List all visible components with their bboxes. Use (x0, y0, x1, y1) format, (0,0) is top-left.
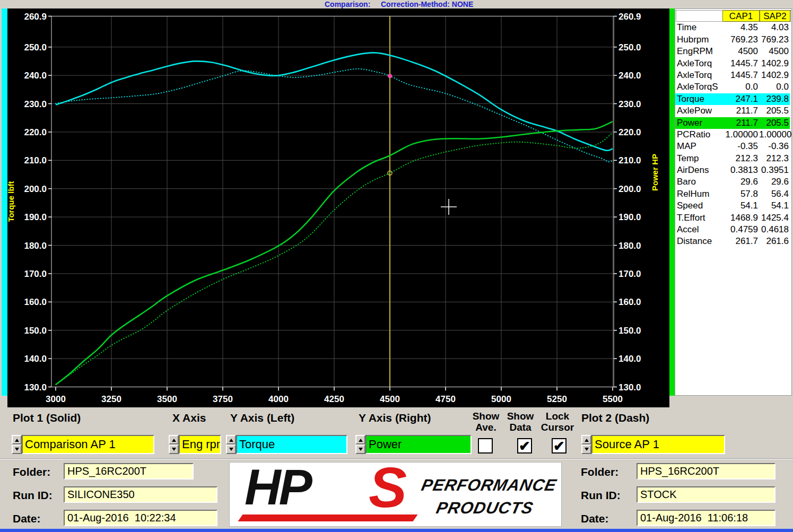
run-id-field-left[interactable]: SILICONE350 (64, 486, 217, 503)
spinner-up-icon[interactable] (12, 435, 22, 444)
spinner-down-icon[interactable] (581, 444, 591, 454)
channel-value: 1425.4 (759, 212, 790, 224)
channel-label: AxleTorq (675, 69, 722, 81)
channel-value: 1.00000 (759, 129, 790, 141)
channel-value: 4.35 (722, 22, 759, 33)
channel-value: 212.3 (759, 153, 790, 164)
svg-text:4250: 4250 (324, 394, 344, 404)
data-row-baro: Baro29.629.6 (675, 176, 791, 188)
channel-value: 211.7 (722, 117, 759, 129)
folder-label-right: Folder: (581, 466, 618, 478)
plot2-label: Plot 2 (Dash) (581, 412, 649, 424)
data-row-airdens: AirDens0.38130.3951 (675, 164, 791, 176)
folder-field-right[interactable]: HPS_16RC200T (637, 463, 775, 479)
channel-label: Distance (675, 236, 722, 247)
channel-label: PCRatio (675, 129, 722, 141)
channel-value: 4.03 (759, 22, 790, 33)
date-field-left[interactable]: 01-Aug-2016 10:22:34 (64, 510, 217, 526)
data-row-power: Power211.7205.5 (675, 117, 791, 129)
svg-text:3000: 3000 (46, 394, 66, 404)
data-panel-header: CAP1SAP2 (676, 10, 791, 22)
data-row-temp: Temp212.3212.3 (675, 153, 791, 164)
svg-text:Power HP: Power HP (650, 154, 659, 191)
show-ave-checkbox[interactable] (478, 438, 493, 453)
svg-text:250.0: 250.0 (618, 42, 641, 53)
channel-label: Baro (675, 176, 722, 188)
channel-value: 1.00000 (722, 129, 759, 141)
plot2-select[interactable]: Source AP 1 (591, 435, 725, 454)
channel-label: RelHum (675, 188, 722, 200)
spinner-down-icon[interactable] (169, 444, 179, 454)
separator (0, 458, 793, 459)
date-field-right[interactable]: 01-Aug-2016 11:06:18 (637, 510, 775, 526)
y-left-spinner[interactable] (226, 435, 236, 454)
y-axis-right-label: Y Axis (Right) (359, 412, 431, 424)
y-right-spinner[interactable] (355, 435, 365, 454)
spinner-up-icon[interactable] (169, 435, 179, 444)
spinner-up-icon[interactable] (581, 435, 591, 444)
channel-label: AxlePow (675, 105, 722, 117)
channel-label: Power (675, 117, 722, 129)
channel-value: 29.6 (759, 176, 790, 188)
data-row-time: Time4.354.03 (675, 22, 791, 33)
data-row-relhum: RelHum57.856.4 (675, 188, 791, 200)
channel-label: AxleTorqS (675, 81, 722, 93)
svg-text:150.0: 150.0 (618, 326, 641, 336)
channel-value: 769.23 (722, 34, 759, 46)
svg-text:190.0: 190.0 (618, 212, 641, 222)
svg-text:210.0: 210.0 (618, 155, 641, 165)
channel-label: MAP (675, 141, 722, 152)
channel-value: 247.1 (722, 93, 759, 105)
svg-text:240.0: 240.0 (618, 71, 641, 81)
channel-value: 54.1 (759, 200, 790, 212)
svg-text:5250: 5250 (547, 394, 567, 404)
dyno-chart[interactable]: 260.9260.9250.0250.0240.0240.0230.0230.0… (7, 8, 669, 407)
spinner-down-icon[interactable] (355, 444, 365, 454)
data-row-accel: Accel0.47590.4618 (675, 224, 791, 236)
x-axis-select[interactable]: Eng rpm (179, 435, 221, 454)
channel-value: 1468.9 (722, 212, 759, 224)
run-id-field-right[interactable]: STOCK (637, 486, 775, 503)
plot1-select[interactable]: Comparison AP 1 (22, 435, 154, 454)
plot1-spinner[interactable] (12, 435, 22, 454)
spinner-down-icon[interactable] (12, 444, 22, 454)
show-data-checkbox[interactable]: ✔ (517, 438, 532, 453)
data-row-torque: Torque247.1239.8 (675, 93, 791, 105)
svg-text:150.0: 150.0 (24, 326, 47, 336)
spinner-up-icon[interactable] (226, 435, 236, 444)
folder-field-left[interactable]: HPS_16RC200T (64, 463, 194, 479)
run-id-label-right: Run ID: (581, 489, 621, 502)
svg-text:260.9: 260.9 (24, 12, 47, 22)
plot2-spinner[interactable] (581, 435, 591, 454)
svg-text:130.0: 130.0 (618, 382, 641, 393)
y-left-select[interactable]: Torque (236, 435, 347, 454)
svg-text:250.0: 250.0 (24, 42, 47, 53)
channel-label: Accel (675, 224, 722, 236)
logo-products-text: PRODUCTS (434, 499, 535, 518)
spinner-up-icon[interactable] (355, 435, 365, 444)
show-ave-label: Show Ave. (470, 411, 502, 433)
channel-value: 1445.7 (722, 69, 759, 81)
channel-value: 0.4759 (722, 224, 759, 236)
spinner-down-icon[interactable] (226, 444, 236, 454)
channel-value: 56.4 (759, 188, 790, 200)
svg-text:230.0: 230.0 (24, 99, 47, 109)
lock-cursor-checkbox[interactable]: ✔ (552, 438, 567, 453)
y-right-select[interactable]: Power (365, 435, 472, 454)
logo-s-text: S (369, 462, 407, 520)
svg-text:160.0: 160.0 (618, 297, 641, 307)
svg-text:Torque lbft: Torque lbft (7, 181, 15, 222)
data-row-engrpm: EngRPM45004500 (675, 46, 791, 57)
y-axis-left-label: Y Axis (Left) (230, 412, 294, 424)
svg-text:4500: 4500 (380, 394, 400, 404)
channel-value: 1445.7 (722, 58, 759, 69)
correction-method-label: Correction-Method: NONE (381, 0, 473, 8)
channel-value: 769.23 (759, 34, 790, 46)
comparison-label: Comparison: (325, 0, 370, 8)
chart-plot-area[interactable]: 260.9260.9250.0250.0240.0240.0230.0230.0… (7, 8, 669, 407)
x-axis-spinner[interactable] (169, 435, 179, 454)
lock-cursor-label: Lock Cursor (537, 411, 578, 433)
channel-value: 212.3 (722, 153, 759, 164)
svg-text:220.0: 220.0 (24, 127, 47, 137)
svg-text:140.0: 140.0 (24, 354, 47, 364)
